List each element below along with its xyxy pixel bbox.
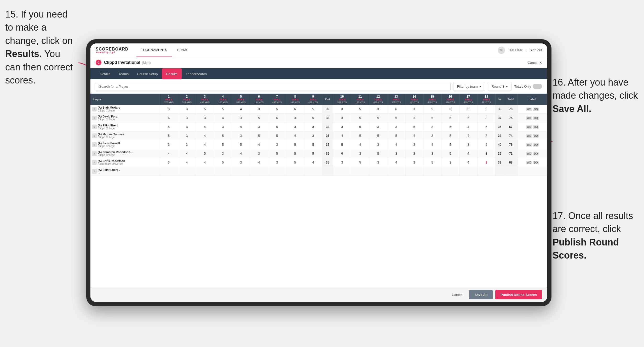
score-cell[interactable]: 3 <box>160 140 178 149</box>
score-cell[interactable]: 3 <box>333 114 351 122</box>
score-cell[interactable]: 6 <box>477 122 495 131</box>
wd-label[interactable]: WD <box>526 143 532 147</box>
score-cell[interactable] <box>268 167 286 176</box>
score-cell[interactable]: 3 <box>268 140 286 149</box>
score-cell[interactable]: 4 <box>459 122 477 131</box>
dq-label[interactable]: DQ <box>533 161 539 164</box>
score-cell[interactable]: 4 <box>459 131 477 140</box>
score-cell[interactable]: 3 <box>232 114 250 122</box>
score-cell[interactable]: 5 <box>304 149 322 158</box>
score-cell[interactable]: 6 <box>387 105 405 114</box>
score-cell[interactable]: 4 <box>232 149 250 158</box>
score-cell[interactable]: 3 <box>477 114 495 122</box>
score-cell[interactable]: 3 <box>160 158 178 167</box>
score-cell[interactable] <box>369 167 387 176</box>
score-cell[interactable]: 5 <box>423 158 441 167</box>
score-cell[interactable]: 5 <box>304 114 322 122</box>
score-cell[interactable]: 6 <box>333 149 351 158</box>
score-cell[interactable]: 4 <box>178 149 196 158</box>
score-cell[interactable]: 3 <box>333 158 351 167</box>
score-cell[interactable]: 3 <box>178 105 196 114</box>
score-cell[interactable]: 5 <box>286 149 304 158</box>
score-cell[interactable]: 4 <box>459 158 477 167</box>
score-cell[interactable]: 5 <box>160 131 178 140</box>
subnav-leaderboards[interactable]: Leaderboards <box>182 68 211 79</box>
score-cell[interactable]: 5 <box>196 105 214 114</box>
score-cell[interactable]: 3 <box>405 114 423 122</box>
score-cell[interactable]: 3 <box>250 122 268 131</box>
score-cell[interactable]: 3 <box>351 149 369 158</box>
score-cell[interactable]: 3 <box>178 140 196 149</box>
wd-label[interactable]: WD <box>526 134 532 138</box>
score-cell[interactable]: 3 <box>232 131 250 140</box>
score-cell[interactable] <box>214 167 232 176</box>
score-cell[interactable] <box>387 167 405 176</box>
score-cell[interactable]: 4 <box>196 131 214 140</box>
filter-by-team-button[interactable]: Filter by team ▾ <box>453 82 485 91</box>
score-cell[interactable]: 4 <box>351 140 369 149</box>
score-cell[interactable]: 5 <box>351 114 369 122</box>
score-cell[interactable]: 3 <box>369 140 387 149</box>
score-cell[interactable]: 4 <box>196 140 214 149</box>
score-cell[interactable]: 3 <box>333 105 351 114</box>
dq-label[interactable]: DQ <box>533 108 539 111</box>
score-cell[interactable]: 4 <box>387 158 405 167</box>
score-cell[interactable] <box>178 167 196 176</box>
score-cell[interactable]: 5 <box>387 114 405 122</box>
score-cell[interactable]: 4 <box>333 131 351 140</box>
dq-label[interactable]: DQ <box>533 134 539 138</box>
nav-teams[interactable]: TEAMS <box>172 43 193 57</box>
score-cell[interactable]: 4 <box>250 140 268 149</box>
score-cell[interactable]: 5 <box>387 131 405 140</box>
dq-label[interactable]: DQ <box>533 116 539 120</box>
score-cell[interactable]: 4 <box>405 131 423 140</box>
score-cell[interactable]: 4 <box>196 158 214 167</box>
score-cell[interactable]: 5 <box>351 122 369 131</box>
score-cell[interactable]: 5 <box>268 122 286 131</box>
score-cell[interactable]: 6 <box>160 114 178 122</box>
score-cell[interactable]: 5 <box>232 140 250 149</box>
score-cell[interactable]: 4 <box>178 158 196 167</box>
score-cell[interactable]: 4 <box>232 105 250 114</box>
score-cell[interactable] <box>441 167 459 176</box>
score-cell[interactable]: 3 <box>286 114 304 122</box>
score-cell[interactable]: 5 <box>214 105 232 114</box>
score-cell[interactable]: 3 <box>423 149 441 158</box>
cancel-bottom-button[interactable]: Cancel <box>448 291 467 299</box>
score-cell[interactable]: 3 <box>232 158 250 167</box>
score-cell[interactable]: 5 <box>369 114 387 122</box>
score-cell[interactable]: 3 <box>178 131 196 140</box>
score-cell[interactable]: 5 <box>304 105 322 114</box>
score-cell[interactable] <box>477 167 495 176</box>
score-cell[interactable]: 3 <box>286 122 304 131</box>
score-cell[interactable]: 5 <box>250 131 268 140</box>
score-cell[interactable]: 4 <box>286 131 304 140</box>
subnav-course-setup[interactable]: Course Setup <box>133 68 162 79</box>
wd-label[interactable]: WD <box>526 125 532 129</box>
score-cell[interactable]: 3 <box>250 105 268 114</box>
score-cell[interactable]: 5 <box>160 122 178 131</box>
score-cell[interactable]: 5 <box>214 131 232 140</box>
score-cell[interactable]: 5 <box>441 140 459 149</box>
score-cell[interactable]: 3 <box>214 122 232 131</box>
subnav-results[interactable]: Results <box>162 68 182 79</box>
wd-label[interactable]: WD <box>526 116 532 120</box>
score-cell[interactable]: 5 <box>441 122 459 131</box>
score-cell[interactable] <box>405 167 423 176</box>
score-cell[interactable]: 4 <box>214 114 232 122</box>
score-cell[interactable]: 3 <box>250 149 268 158</box>
score-cell[interactable]: 5 <box>196 149 214 158</box>
score-cell[interactable]: 5 <box>441 131 459 140</box>
score-cell[interactable]: 3 <box>459 140 477 149</box>
score-cell[interactable]: 4 <box>160 149 178 158</box>
score-cell[interactable]: 5 <box>423 114 441 122</box>
score-cell[interactable]: 4 <box>250 158 268 167</box>
score-cell[interactable]: 6 <box>477 140 495 149</box>
score-cell[interactable]: 3 <box>369 158 387 167</box>
cancel-tournament-button[interactable]: Cancel ✕ <box>528 61 542 65</box>
score-cell[interactable]: 5 <box>214 158 232 167</box>
score-cell[interactable]: 3 <box>369 122 387 131</box>
wd-label[interactable]: WD <box>526 161 532 164</box>
score-cell[interactable]: 3 <box>423 131 441 140</box>
score-cell[interactable]: 6 <box>268 114 286 122</box>
